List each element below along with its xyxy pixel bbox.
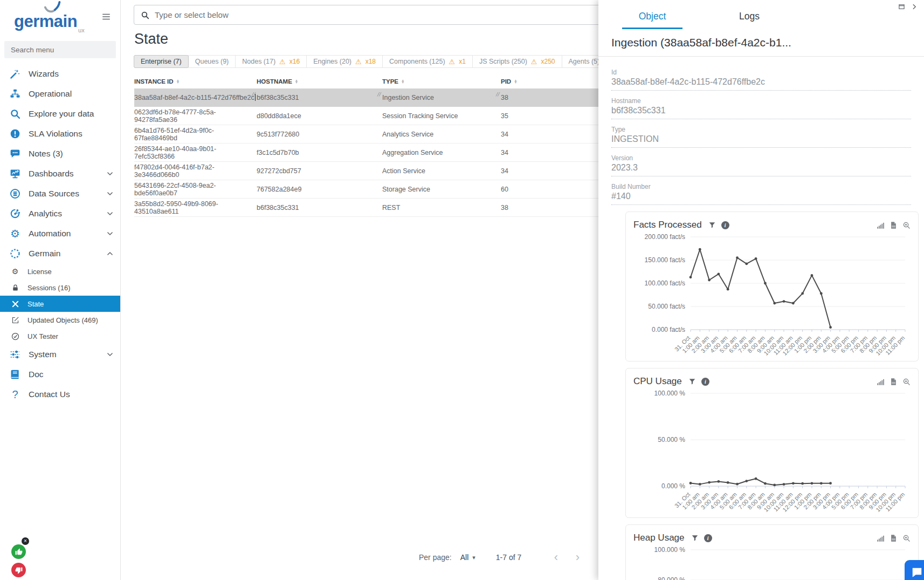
- warning-count: x250: [541, 58, 555, 65]
- sidebar-search-input[interactable]: [4, 41, 116, 58]
- bar-chart-icon[interactable]: [877, 534, 885, 542]
- sort-icon[interactable]: ▲▼: [401, 79, 404, 84]
- sidebar-item-wizards[interactable]: Wizards: [0, 64, 120, 84]
- field-id: Id38aa58af-b8ef-4a2c-b115-472d76ffbe2c: [611, 69, 911, 91]
- column-header-type[interactable]: TYPE▲▼: [382, 78, 501, 85]
- sidebar-item-operational[interactable]: Operational: [0, 84, 120, 104]
- sidebar-item-ux-tester[interactable]: UX Tester: [0, 328, 120, 344]
- zoom-in-icon[interactable]: [902, 378, 911, 386]
- cell-type: Aggregation Service: [382, 149, 501, 156]
- info-icon[interactable]: i: [721, 221, 729, 229]
- info-icon[interactable]: i: [704, 534, 712, 542]
- tab-label: Enterprise (7): [141, 58, 182, 65]
- sidebar-item-dashboards[interactable]: Dashboards: [0, 163, 120, 183]
- csv-file-icon[interactable]: [889, 534, 898, 542]
- zoom-in-icon[interactable]: [902, 221, 911, 229]
- column-label: TYPE: [382, 78, 398, 85]
- book-icon: [10, 369, 20, 380]
- column-resize-handle-icon[interactable]: [495, 91, 500, 98]
- collapse-panel-icon[interactable]: [911, 3, 918, 10]
- sidebar-item-label: System: [29, 350, 57, 359]
- table-row[interactable]: f47802d4-0046-416f-b7a2-3e3466d066b09272…: [134, 162, 663, 180]
- sidebar-item-data-sources[interactable]: Data Sources: [0, 183, 120, 203]
- sidebar-item-germain[interactable]: Germain: [0, 243, 120, 263]
- zoom-in-icon[interactable]: [902, 534, 911, 542]
- sidebar-item-sla-violations[interactable]: SLA Violations: [0, 124, 120, 144]
- filter-icon[interactable]: [688, 378, 696, 385]
- table-row[interactable]: 26f85344-ae10-40aa-9b01-7efc53cf8366f3c1…: [134, 144, 663, 162]
- sidebar-item-label: Analytics: [29, 209, 62, 219]
- next-page-button[interactable]: ›: [567, 551, 588, 563]
- logo-swoosh-icon: [43, 1, 64, 15]
- sort-icon[interactable]: ▲▼: [295, 79, 298, 84]
- bar-chart-icon[interactable]: [877, 378, 885, 386]
- sidebar-search: [4, 41, 116, 58]
- info-icon[interactable]: i: [701, 378, 709, 386]
- column-resize-handle-icon[interactable]: [251, 91, 256, 98]
- csv-file-icon[interactable]: [889, 221, 898, 229]
- column-header-hostname[interactable]: HOSTNAME▲▼: [257, 78, 382, 85]
- sidebar-item-doc[interactable]: Doc: [0, 364, 120, 384]
- sidebar-item-contact-us[interactable]: ?Contact Us: [0, 384, 120, 404]
- page-title: State: [134, 31, 168, 47]
- sidebar-item-license[interactable]: ⚙License: [0, 263, 120, 279]
- cell-instance-id: f47802d4-0046-416f-b7a2-3e3466d066b0: [134, 163, 257, 179]
- sidebar-item-label: License: [27, 268, 52, 276]
- per-page-select[interactable]: All ▾: [460, 553, 475, 562]
- chat-launcher-button[interactable]: [905, 560, 924, 580]
- sidebar-item-label: Contact Us: [29, 390, 70, 399]
- filter-icon[interactable]: [708, 221, 716, 229]
- chart-actions: [877, 378, 911, 386]
- sidebar-item-label: Wizards: [29, 69, 59, 79]
- state-table: INSTANCE ID▲▼HOSTNAME▲▼TYPE▲▼PID▲▼ 38aa5…: [134, 74, 663, 217]
- sort-icon[interactable]: ▲▼: [176, 79, 180, 84]
- dropdown-arrow-icon: ▾: [472, 554, 475, 561]
- sidebar-item-automation[interactable]: ⚙Automation: [0, 223, 120, 243]
- tab-engines-20[interactable]: Engines (20)⚠x18: [306, 55, 383, 68]
- table-row[interactable]: 56431696-22cf-4508-9ea2-bde56f0ae0b77675…: [134, 180, 663, 199]
- table-row[interactable]: 38aa58af-b8ef-4a2c-b115-472d76ffbe2cb6f3…: [134, 88, 663, 107]
- dashboard-icon: [10, 168, 20, 179]
- warning-icon: ⚠: [279, 58, 286, 65]
- tab-queues-9[interactable]: Queues (9): [188, 55, 236, 68]
- table-row[interactable]: 3a55b8d2-5950-49b9-8069-43510a8ae611b6f3…: [134, 199, 663, 217]
- chart-header: Facts Processedi: [633, 219, 911, 231]
- sidebar-item-state[interactable]: State: [0, 296, 120, 312]
- logo-row: germainux: [0, 0, 120, 39]
- gear-small-icon: ⚙: [12, 268, 19, 275]
- tab-nodes-17[interactable]: Nodes (17)⚠x16: [235, 55, 307, 68]
- sidebar-item-system[interactable]: System: [0, 344, 120, 364]
- svg-text:50.000 %: 50.000 %: [658, 436, 685, 443]
- panel-tab-logs[interactable]: Logs: [719, 6, 780, 29]
- tab-enterprise-7[interactable]: Enterprise (7): [134, 55, 189, 68]
- window-icon[interactable]: [898, 3, 905, 10]
- chart-plot-heap-usage: 100.000 %80.000 %: [633, 544, 909, 580]
- cell-type: REST: [382, 204, 501, 211]
- wand-icon: [10, 69, 20, 79]
- prev-page-button[interactable]: ‹: [545, 551, 567, 563]
- sort-icon[interactable]: ▲▼: [514, 79, 517, 84]
- thumbs-up-button[interactable]: [11, 544, 26, 559]
- panel-tab-object[interactable]: Object: [622, 6, 682, 29]
- table-row[interactable]: 0623df6d-b78e-4777-8c5a-94278fa5ae36d80d…: [134, 107, 663, 125]
- column-resize-handle-icon[interactable]: [377, 91, 382, 98]
- thumbs-down-button[interactable]: [11, 563, 26, 577]
- chart-title: Facts Processed: [633, 220, 702, 230]
- hamburger-menu-icon[interactable]: [101, 12, 112, 22]
- filter-icon[interactable]: [691, 534, 699, 542]
- column-header-instance-id[interactable]: INSTANCE ID▲▼: [134, 78, 257, 85]
- field-build-number: Build Number#140: [611, 183, 911, 205]
- sidebar-item-sessions-16[interactable]: Sessions (16): [0, 279, 120, 296]
- bar-chart-icon[interactable]: [877, 221, 885, 229]
- sidebar-item-explore-your-data[interactable]: Explore your data: [0, 104, 120, 124]
- sidebar-item-updated-objects-469[interactable]: Updated Objects (469): [0, 312, 120, 328]
- csv-file-icon[interactable]: [889, 378, 898, 386]
- feedback-close-icon[interactable]: ×: [22, 537, 29, 545]
- sidebar-item-analytics[interactable]: Analytics: [0, 203, 120, 223]
- chevron-down-icon: [106, 170, 114, 178]
- tab-js-scripts-250[interactable]: JS Scripts (250)⚠x250: [472, 55, 562, 68]
- tab-components-125[interactable]: Components (125)⚠x1: [382, 55, 473, 68]
- cell-hostname: 9c513f772680: [257, 131, 382, 138]
- sidebar-item-notes-3[interactable]: Notes (3): [0, 144, 120, 163]
- table-row[interactable]: 6b4a1d76-51ef-4d2a-9f0c-67fae88469bd9c51…: [134, 125, 663, 144]
